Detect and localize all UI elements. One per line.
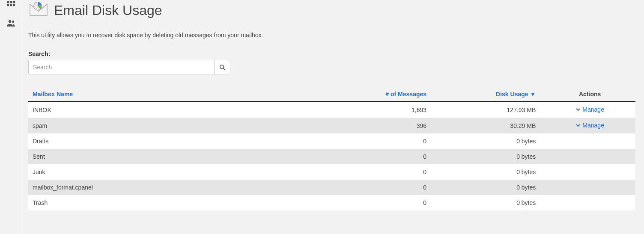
cell-messages: 0: [362, 149, 435, 164]
table-row: Drafts00 bytes: [28, 133, 635, 149]
svg-rect-2: [13, 1, 15, 3]
table-row: Junk00 bytes: [28, 164, 635, 180]
manage-link[interactable]: Manage: [575, 106, 604, 113]
cell-actions: Manage: [544, 101, 635, 118]
main-content: Email Disk Usage This utility allows you…: [22, 0, 644, 234]
email-disk-icon: [28, 0, 49, 21]
cell-actions: [544, 149, 635, 164]
cell-disk-usage: 0 bytes: [435, 164, 544, 180]
cell-messages: 396: [362, 118, 435, 133]
cell-disk-usage: 0 bytes: [435, 180, 544, 195]
page-description: This utility allows you to recover disk …: [28, 32, 635, 39]
page-header: Email Disk Usage: [28, 0, 635, 21]
svg-rect-1: [10, 1, 12, 3]
col-header-messages[interactable]: # of Messages: [362, 87, 435, 101]
svg-point-9: [220, 65, 224, 69]
cell-disk-usage: 0 bytes: [435, 195, 544, 210]
users-icon[interactable]: [6, 18, 16, 28]
svg-rect-4: [10, 4, 12, 6]
cell-messages: 0: [362, 195, 435, 210]
cell-messages: 0: [362, 164, 435, 180]
cell-mailbox-name: INBOX: [28, 101, 362, 118]
svg-line-10: [224, 68, 225, 70]
svg-rect-0: [7, 1, 9, 3]
table-row: INBOX1,693127.93 MBManage: [28, 101, 635, 118]
svg-point-6: [8, 20, 11, 23]
cell-mailbox-name: Sent: [28, 149, 362, 164]
search-icon: [219, 64, 225, 70]
col-header-disk[interactable]: Disk Usage ▼: [435, 87, 544, 101]
cell-messages: 0: [362, 133, 435, 149]
cell-mailbox-name: Drafts: [28, 133, 362, 149]
cell-disk-usage: 127.93 MB: [435, 101, 544, 118]
table-row: mailbox_format.cpanel00 bytes: [28, 180, 635, 195]
table-row: spam39630.29 MBManage: [28, 118, 635, 133]
cell-disk-usage: 0 bytes: [435, 133, 544, 149]
cell-actions: [544, 195, 635, 210]
table-row: Sent00 bytes: [28, 149, 635, 164]
chevron-down-icon: [575, 123, 581, 128]
cell-actions: [544, 180, 635, 195]
chevron-down-icon: [575, 107, 581, 112]
search-label: Search:: [28, 50, 635, 57]
svg-rect-3: [7, 4, 9, 6]
cell-mailbox-name: spam: [28, 118, 362, 133]
cell-actions: Manage: [544, 118, 635, 133]
manage-link[interactable]: Manage: [575, 122, 604, 129]
mailbox-table: Mailbox Name # of Messages Disk Usage ▼ …: [28, 87, 635, 210]
svg-point-7: [12, 21, 14, 23]
cell-messages: 0: [362, 180, 435, 195]
table-row: Trash00 bytes: [28, 195, 635, 210]
cell-disk-usage: 30.29 MB: [435, 118, 544, 133]
cell-actions: [544, 164, 635, 180]
search-input[interactable]: [28, 60, 214, 74]
svg-rect-5: [13, 4, 15, 6]
search-button[interactable]: [214, 60, 230, 74]
cell-disk-usage: 0 bytes: [435, 149, 544, 164]
search-group: [28, 60, 635, 74]
cell-messages: 1,693: [362, 101, 435, 118]
cell-mailbox-name: mailbox_format.cpanel: [28, 180, 362, 195]
apps-icon[interactable]: [6, 0, 16, 10]
cell-mailbox-name: Trash: [28, 195, 362, 210]
col-header-actions: Actions: [544, 87, 635, 101]
page-title: Email Disk Usage: [54, 3, 162, 18]
sidebar: [0, 0, 22, 234]
col-header-name[interactable]: Mailbox Name: [28, 87, 362, 101]
cell-mailbox-name: Junk: [28, 164, 362, 180]
cell-actions: [544, 133, 635, 149]
